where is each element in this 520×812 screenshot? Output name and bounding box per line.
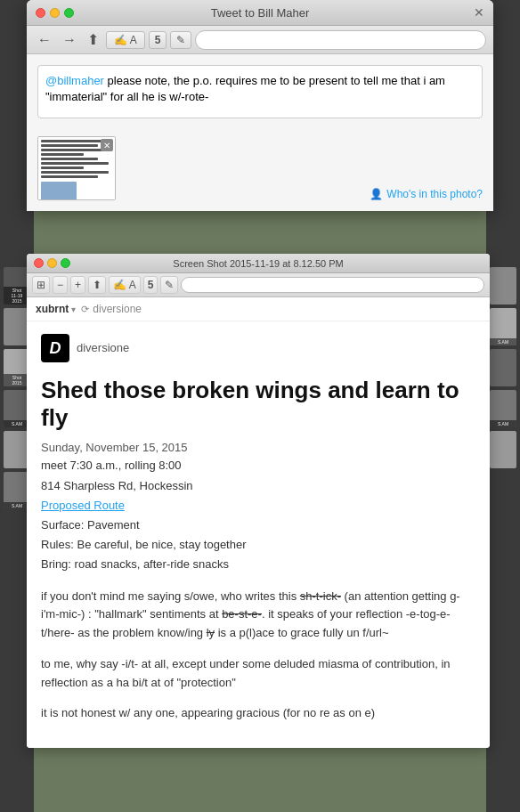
doc-line-8 xyxy=(41,171,109,174)
person-icon: 👤 xyxy=(370,188,383,200)
inner-titlebar: Screen Shot 2015-11-19 at 8.12.50 PM xyxy=(27,254,490,273)
window-controls xyxy=(36,8,74,18)
doc-line-5 xyxy=(41,158,98,160)
inner-search-input[interactable] xyxy=(181,277,484,293)
doc-line-2 xyxy=(41,144,98,147)
inner-annotate[interactable]: ✍ A xyxy=(109,276,141,294)
inner-toolbar-grid[interactable]: ⊞ xyxy=(32,276,50,294)
doc-line-3 xyxy=(41,149,109,151)
inner-window: Screen Shot 2015-11-19 at 8.12.50 PM ⊞ −… xyxy=(27,254,490,748)
article-paragraph-3: it is not honest w/ any one, appearing g… xyxy=(41,704,475,723)
annotate-button[interactable]: ✍ A xyxy=(106,31,145,49)
article-paragraph-2: to me, why say -i/t- at all, except unde… xyxy=(41,655,475,693)
tweet-titlebar: Tweet to Bill Maher ✕ xyxy=(27,0,493,26)
share-button[interactable]: ⬆ xyxy=(84,29,102,50)
article-content: D diversione Shed those broken wings and… xyxy=(27,321,490,748)
tweet-window-title: Tweet to Bill Maher xyxy=(211,6,310,20)
inner-close-dot[interactable] xyxy=(34,258,44,268)
source-logo: D xyxy=(41,334,69,362)
tweet-image-thumbnail: ✕ xyxy=(37,136,116,200)
inner-share[interactable]: ⬆ xyxy=(88,276,106,294)
tweet-toolbar: ← → ⬆ ✍ A 5 ✎ xyxy=(27,26,493,54)
inner-minimize-dot[interactable] xyxy=(47,258,57,268)
strikethrough-3: ly xyxy=(207,626,215,639)
tweet-window: Tweet to Bill Maher ✕ ← → ⬆ ✍ A 5 ✎ @bil… xyxy=(27,0,493,211)
doc-line-4 xyxy=(41,153,84,156)
inner-window-controls xyxy=(34,258,70,268)
article-bring: Bring: road snacks, after-ride snacks xyxy=(41,556,475,572)
proposed-route-link[interactable]: Proposed Route xyxy=(41,499,125,512)
tweet-text-field[interactable]: @billmaher please note, the p.o. require… xyxy=(37,65,483,118)
sidebar-right-thumb-1[interactable] xyxy=(490,267,516,304)
close-dot[interactable] xyxy=(36,8,45,18)
search-input[interactable] xyxy=(195,30,486,50)
sidebar-right-thumb-5[interactable] xyxy=(490,431,516,468)
doc-line-9 xyxy=(41,175,98,178)
article-body: if you don't mind me saying s/owe, who w… xyxy=(41,588,475,724)
inner-zoom-number[interactable]: 5 xyxy=(143,276,158,294)
tweet-image-area: ✕ 👤 Who's in this photo? xyxy=(27,129,493,211)
article-address: 814 Sharpless Rd, Hockessin xyxy=(41,478,475,494)
inner-zoom-in[interactable]: + xyxy=(70,276,85,294)
tweet-mention: @billmaher xyxy=(45,74,104,87)
maximize-dot[interactable] xyxy=(64,8,74,18)
tweet-body-text: please note, the p.o. requires me to be … xyxy=(45,74,445,103)
article-title: Shed those broken wings and learn to fly xyxy=(41,377,475,432)
sidebar-right-thumb-4[interactable]: S.AM xyxy=(490,390,516,427)
sidebar-right-thumb-3[interactable] xyxy=(490,349,516,386)
expand-icon: ▾ xyxy=(71,304,76,314)
inner-window-title: Screen Shot 2015-11-19 at 8.12.50 PM xyxy=(173,258,343,269)
retweeted-by: diversione xyxy=(93,303,142,315)
nav-back-button[interactable]: ← xyxy=(34,30,55,50)
article-source-row: D diversione xyxy=(41,334,475,369)
source-name: diversione xyxy=(77,341,129,354)
article-paragraph-1: if you don't mind me saying s/owe, who w… xyxy=(41,588,475,643)
inner-toolbar: ⊞ − + ⬆ ✍ A 5 ✎ xyxy=(27,273,490,297)
article-meet-time: meet 7:30 a.m., rolling 8:00 xyxy=(41,458,475,474)
whos-in-photo-button[interactable]: 👤 Who's in this photo? xyxy=(370,188,483,200)
remove-image-button[interactable]: ✕ xyxy=(101,139,113,151)
inner-maximize-dot[interactable] xyxy=(61,258,70,268)
inner-rotate[interactable]: ✎ xyxy=(160,276,178,294)
retweet-info: ⟳ diversione xyxy=(81,303,142,315)
article-proposed-route[interactable]: Proposed Route xyxy=(41,498,475,514)
doc-line-7 xyxy=(41,166,84,169)
strikethrough-1: sh-t-ick- xyxy=(300,589,341,603)
inner-zoom-out[interactable]: − xyxy=(53,276,68,294)
tweet-compose-area: @billmaher please note, the p.o. require… xyxy=(27,54,493,129)
doc-line-6 xyxy=(41,162,109,165)
doc-image-block xyxy=(41,182,77,200)
nav-forward-button[interactable]: → xyxy=(59,30,80,50)
sidebar-right-thumb-2[interactable]: S.AM xyxy=(490,308,516,345)
rotate-button[interactable]: ✎ xyxy=(170,31,191,49)
tweet-close-button[interactable]: ✕ xyxy=(474,5,484,20)
minimize-dot[interactable] xyxy=(50,8,60,18)
whos-in-photo-label: Who's in this photo? xyxy=(386,188,483,200)
retweet-icon: ⟳ xyxy=(81,304,89,315)
strikethrough-2: be-st-e- xyxy=(222,607,262,621)
article-surface: Surface: Pavement xyxy=(41,517,475,533)
zoom-button[interactable]: 5 xyxy=(149,31,167,49)
desktop: Shot11-192015 Shot2015 S.AM S.AM S.AM xyxy=(0,0,520,812)
article-rules: Rules: Be careful, be nice, stay togethe… xyxy=(41,537,475,553)
attr-username: xubrnt xyxy=(36,303,69,315)
doc-line-1 xyxy=(41,140,109,142)
article-date: Sunday, November 15, 2015 xyxy=(41,441,475,454)
attribution-bar: xubrnt ▾ ⟳ diversione xyxy=(27,297,490,321)
